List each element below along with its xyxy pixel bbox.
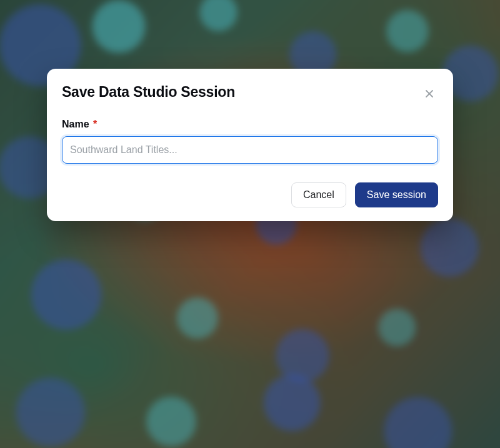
close-button[interactable] <box>421 85 438 102</box>
name-label-text: Name <box>62 119 89 129</box>
close-icon <box>424 89 434 99</box>
modal-overlay <box>0 0 500 448</box>
modal-header: Save Data Studio Session <box>62 84 438 102</box>
name-field-label: Name * <box>62 119 438 130</box>
save-session-button[interactable]: Save session <box>355 182 438 207</box>
modal-actions: Cancel Save session <box>62 182 438 207</box>
session-name-input[interactable] <box>62 136 438 164</box>
save-session-modal: Save Data Studio Session Name * Cancel S… <box>47 69 453 221</box>
modal-title: Save Data Studio Session <box>62 84 235 101</box>
cancel-button[interactable]: Cancel <box>291 182 346 207</box>
name-input-wrap <box>62 136 438 164</box>
required-indicator: * <box>93 119 97 129</box>
